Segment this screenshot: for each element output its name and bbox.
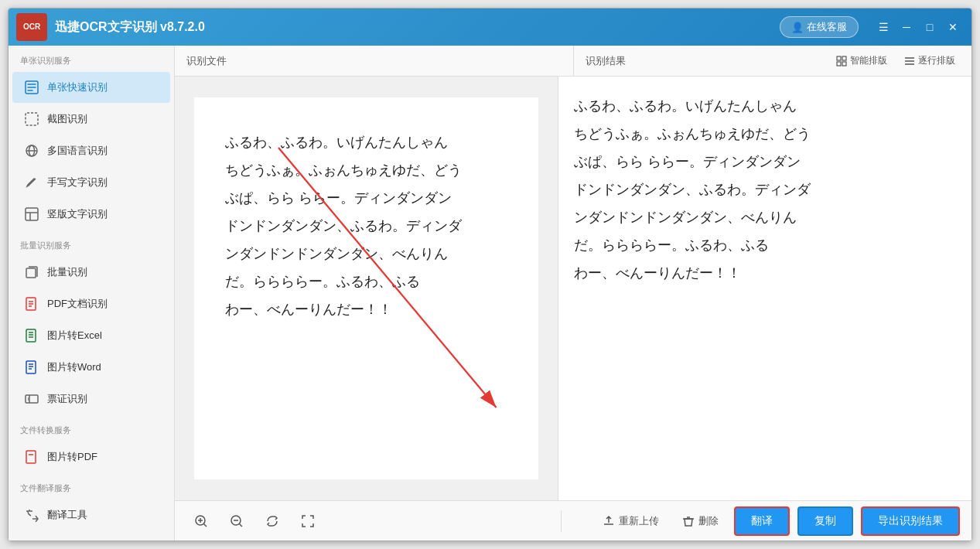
export-button[interactable]: 导出识别结果 (861, 506, 960, 536)
work-area: 识别文件 识别结果 智能排版 逐行排版 (175, 46, 971, 540)
zoom-in-button[interactable] (190, 510, 212, 532)
toolbar-right: 重新上传 删除 翻译 复制 导出识别结果 (562, 506, 971, 536)
sidebar-label-table-ocr: 竖版文字识别 (47, 207, 108, 221)
document-japanese-text: ふるわ、ふるわ。いげんたんしゃん ちどうふぁ。ふぉんちゅえゆだ、どう ぶぱ、らら… (225, 128, 507, 323)
sidebar-item-img-word[interactable]: 图片转Word (12, 352, 170, 383)
svg-rect-13 (837, 62, 841, 66)
main-content: 单张识别服务 单张快速识别 截图识别 多国语言识别 (9, 46, 971, 540)
ticket-icon (24, 391, 39, 407)
svg-rect-10 (26, 451, 36, 463)
online-service-button[interactable]: 👤 在线客服 (780, 16, 859, 38)
maximize-button[interactable]: □ (919, 16, 941, 38)
bottom-toolbar: 重新上传 删除 翻译 复制 导出识别结果 (175, 500, 971, 540)
svg-rect-4 (26, 208, 38, 220)
copy-button[interactable]: 复制 (797, 506, 853, 536)
document-content: ふるわ、ふるわ。いげんたんしゃん ちどうふぁ。ふぉんちゅえゆだ、どう ぶぱ、らら… (194, 97, 538, 479)
sidebar-label-fast-ocr: 单张快速识别 (47, 80, 108, 94)
result-japanese-text: ふるわ、ふるわ。いげんたんしゃん ちどうふぁ。ふぉんちゅえゆだ、どう ぶぱ、らら… (574, 92, 957, 287)
svg-rect-14 (842, 62, 846, 66)
handwrite-icon (24, 175, 39, 190)
sidebar-label-img-word: 图片转Word (47, 360, 101, 374)
work-header: 识别文件 识别结果 智能排版 逐行排版 (175, 46, 971, 77)
sidebar-item-ticket-ocr[interactable]: 票证识别 (12, 384, 170, 414)
sidebar-label-crop-ocr: 截图识别 (47, 112, 87, 126)
translate-icon (24, 507, 39, 523)
translate-button[interactable]: 翻译 (734, 506, 790, 536)
batch-section-title: 批量识别服务 (9, 230, 174, 256)
document-image: ふるわ、ふるわ。いげんたんしゃん ちどうふぁ。ふぉんちゅえゆだ、どう ぶぱ、らら… (175, 77, 558, 500)
app-title: 迅捷OCR文字识别 v8.7.2.0 (55, 19, 780, 36)
svg-rect-5 (26, 268, 36, 278)
globe-icon (24, 143, 39, 159)
svg-rect-8 (26, 361, 36, 373)
table-icon (24, 206, 39, 222)
window-controls: ☰ ─ □ ✕ (872, 16, 964, 38)
delete-button[interactable]: 删除 (674, 511, 726, 531)
app-logo: OCR (16, 13, 47, 41)
sidebar-label-pdf-ocr: PDF文档识别 (47, 297, 108, 311)
left-panel: ふるわ、ふるわ。いげんたんしゃん ちどうふぁ。ふぉんちゅえゆだ、どう ぶぱ、らら… (175, 77, 558, 500)
rotate-button[interactable] (261, 510, 283, 532)
sidebar-label-multi-lang: 多国语言识别 (47, 144, 108, 158)
fit-screen-button[interactable] (297, 510, 319, 532)
line-layout-btn[interactable]: 逐行排版 (900, 51, 960, 70)
minimize-button[interactable]: ─ (896, 16, 917, 38)
sidebar-label-img-pdf: 图片转PDF (47, 450, 97, 464)
identify-result-label: 识别结果 (586, 54, 626, 68)
excel-icon (24, 328, 39, 343)
sidebar-label-ticket-ocr: 票证识别 (47, 392, 87, 406)
pdf-icon (24, 296, 39, 312)
sidebar-item-translate[interactable]: 翻译工具 (12, 500, 170, 530)
work-header-right: 识别结果 智能排版 逐行排版 (574, 46, 972, 76)
sidebar-label-img-excel: 图片转Excel (47, 329, 102, 343)
single-section-title: 单张识别服务 (9, 46, 174, 71)
title-bar-actions: 👤 在线客服 ☰ ─ □ ✕ (780, 16, 964, 38)
crop-icon (24, 111, 39, 127)
batch-icon (24, 264, 39, 280)
right-panel: ふるわ、ふるわ。いげんたんしゃん ちどうふぁ。ふぉんちゅえゆだ、どう ぶぱ、らら… (558, 77, 972, 500)
file-convert-title: 文件转换服务 (9, 415, 174, 441)
svg-rect-12 (842, 56, 846, 60)
svg-rect-7 (26, 329, 36, 342)
line-layout-icon (904, 56, 915, 66)
panels: ふるわ、ふるわ。いげんたんしゃん ちどうふぁ。ふぉんちゅえゆだ、どう ぶぱ、らら… (175, 77, 971, 500)
sidebar: 单张识别服务 单张快速识别 截图识别 多国语言识别 (9, 46, 175, 540)
work-header-left: 识别文件 (175, 46, 574, 76)
svg-rect-11 (837, 56, 841, 60)
title-bar: OCR 迅捷OCR文字识别 v8.7.2.0 👤 在线客服 ☰ ─ □ ✕ (9, 9, 971, 46)
translate-section-title: 文件翻译服务 (9, 473, 174, 499)
sidebar-item-table-ocr[interactable]: 竖版文字识别 (12, 199, 170, 230)
img-pdf-icon (24, 449, 39, 465)
sidebar-item-pdf-ocr[interactable]: PDF文档识别 (12, 288, 170, 319)
sidebar-label-translate: 翻译工具 (47, 508, 87, 522)
sidebar-item-img-excel[interactable]: 图片转Excel (12, 320, 170, 351)
sidebar-item-multi-lang[interactable]: 多国语言识别 (12, 135, 170, 166)
menu-button[interactable]: ☰ (872, 16, 894, 38)
identify-file-label: 识别文件 (186, 54, 227, 68)
svg-rect-9 (26, 395, 38, 403)
sidebar-label-handwrite: 手写文字识别 (47, 176, 108, 189)
zoom-out-button[interactable] (226, 510, 248, 532)
sidebar-item-handwrite[interactable]: 手写文字识别 (12, 167, 170, 198)
smart-layout-btn[interactable]: 智能排版 (831, 51, 892, 70)
fast-ocr-icon (24, 80, 39, 95)
sidebar-item-crop-ocr[interactable]: 截图识别 (12, 104, 170, 135)
sidebar-label-batch-ocr: 批量识别 (47, 265, 87, 279)
user-icon: 👤 (791, 22, 804, 33)
word-icon (24, 360, 39, 375)
close-button[interactable]: ✕ (942, 16, 964, 38)
toolbar-left (175, 510, 562, 532)
svg-rect-1 (26, 113, 38, 125)
sidebar-item-fast-ocr[interactable]: 单张快速识别 (12, 72, 170, 103)
smart-layout-icon (836, 56, 847, 66)
sidebar-item-batch-ocr[interactable]: 批量识别 (12, 257, 170, 288)
sidebar-item-img-pdf[interactable]: 图片转PDF (12, 442, 170, 472)
reupload-button[interactable]: 重新上传 (595, 511, 667, 531)
